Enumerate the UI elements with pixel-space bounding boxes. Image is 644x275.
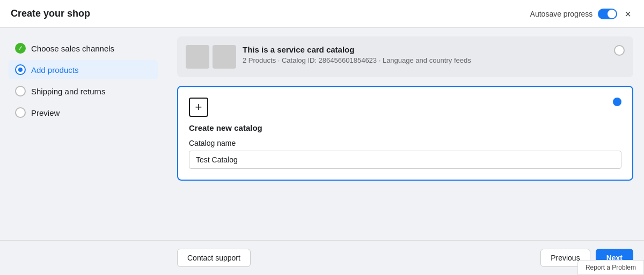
catalog-title: This is a service card catalog	[243, 45, 471, 54]
report-problem-button[interactable]: Report a Problem	[577, 260, 644, 275]
sidebar-item-add-products[interactable]: Add products	[9, 60, 158, 79]
contact-support-button[interactable]: Contact support	[177, 249, 251, 267]
footer: Contact support Previous Next	[0, 240, 644, 275]
page-title: Create your shop	[11, 8, 90, 19]
plus-icon: +	[189, 98, 208, 117]
step-icon-completed: ✓	[15, 43, 26, 54]
footer-left: Contact support	[177, 249, 251, 267]
catalog-thumb-2	[213, 45, 236, 69]
catalog-card-left: This is a service card catalog 2 Product…	[186, 45, 471, 69]
create-catalog-title: Create new catalog	[189, 123, 621, 132]
sidebar-item-label: Choose sales channels	[31, 44, 114, 53]
catalog-info: This is a service card catalog 2 Product…	[243, 45, 471, 64]
sidebar-item-label: Shipping and returns	[31, 87, 105, 96]
step-icon-pending	[15, 86, 26, 96]
main-layout: ✓ Choose sales channels Add products Shi…	[0, 28, 644, 275]
header-right: Autosave progress ×	[530, 6, 633, 21]
create-catalog-card: + Create new catalog Catalog name	[177, 86, 633, 181]
create-catalog-radio-selected[interactable]	[613, 98, 621, 106]
catalog-radio[interactable]	[614, 45, 625, 56]
catalog-thumbnails	[186, 45, 236, 69]
autosave-label: Autosave progress	[530, 10, 593, 18]
sidebar: ✓ Choose sales channels Add products Shi…	[0, 28, 166, 275]
close-button[interactable]: ×	[623, 6, 633, 21]
step-icon-current	[15, 64, 26, 75]
sidebar-item-label: Preview	[31, 108, 60, 117]
catalog-description: 2 Products · Catalog ID: 286456601854623…	[243, 56, 471, 64]
catalog-name-label: Catalog name	[189, 139, 621, 147]
catalog-thumb-1	[186, 45, 209, 69]
existing-catalog-card[interactable]: This is a service card catalog 2 Product…	[177, 36, 633, 77]
sidebar-item-choose-sales-channels[interactable]: ✓ Choose sales channels	[9, 39, 158, 58]
sidebar-item-label: Add products	[31, 65, 78, 75]
catalog-name-input[interactable]	[189, 151, 621, 169]
content-area: This is a service card catalog 2 Product…	[166, 28, 644, 275]
sidebar-item-preview[interactable]: Preview	[9, 103, 158, 122]
step-icon-pending	[15, 107, 26, 118]
header: Create your shop Autosave progress ×	[0, 0, 644, 28]
autosave-toggle[interactable]	[598, 9, 617, 19]
sidebar-item-shipping-and-returns[interactable]: Shipping and returns	[9, 81, 158, 101]
